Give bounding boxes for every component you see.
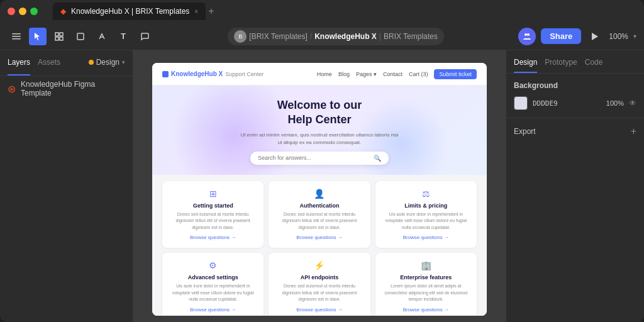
background-row: DDDDE9 100% 👁 <box>514 96 636 110</box>
nav-blog[interactable]: Blog <box>338 71 350 77</box>
design-label: Design <box>96 58 119 67</box>
breadcrumb-sep1: / <box>310 32 312 41</box>
tab-code[interactable]: Code <box>585 55 603 73</box>
tab-prototype[interactable]: Prototype <box>545 55 577 73</box>
traffic-lights <box>8 8 38 15</box>
canvas-area: KnowledgeHub X Support Center Home Blog … <box>133 50 506 322</box>
card-enterprise-features[interactable]: 🏢 Enterprise features Lorem ipsum dolor … <box>375 253 477 316</box>
submit-ticket-button[interactable]: Submit ticket <box>434 69 477 79</box>
kb-navbar: KnowledgeHub X Support Center Home Blog … <box>152 63 487 86</box>
card-advanced-settings[interactable]: ⚙ Advanced settings Uis aute irure dolor… <box>162 253 264 316</box>
bg-color-swatch[interactable] <box>514 96 528 110</box>
tab-design[interactable]: Design <box>514 55 537 73</box>
svg-rect-5 <box>60 33 63 36</box>
kb-nav-links: Home Blog Pages ▾ Contact Cart (3) Submi… <box>317 69 477 79</box>
visibility-toggle-icon[interactable]: 👁 <box>629 99 636 108</box>
search-input[interactable] <box>258 155 374 161</box>
comment-tool-button[interactable] <box>136 28 153 45</box>
layer-figma-icon: ⊛ <box>8 83 16 95</box>
card2-link[interactable]: Browse questions → <box>276 235 362 240</box>
menu-button[interactable] <box>8 28 25 45</box>
card4-link[interactable]: Browse questions → <box>170 307 256 313</box>
card6-icon: 🏢 <box>383 260 469 270</box>
right-panel-tabs: Design Prototype Code <box>506 50 644 74</box>
card1-title: Getting started <box>170 203 256 209</box>
present-button[interactable] <box>586 28 604 45</box>
design-badge[interactable]: Design ▾ <box>89 55 125 72</box>
svg-rect-6 <box>55 37 58 40</box>
svg-point-9 <box>525 33 527 36</box>
card1-icon: ⊞ <box>170 189 256 199</box>
breadcrumb[interactable]: B [BRIX Templates] / KnowledgeHub X | BR… <box>228 28 443 45</box>
pen-tool-button[interactable] <box>93 28 111 45</box>
card6-link[interactable]: Browse questions → <box>383 307 469 313</box>
shape-tool-button[interactable] <box>72 28 89 45</box>
svg-point-10 <box>527 33 530 36</box>
card-getting-started[interactable]: ⊞ Getting started Donec sed euismod at m… <box>162 181 264 248</box>
card5-link[interactable]: Browse questions → <box>276 307 362 313</box>
text-tool-button[interactable]: T <box>114 28 132 45</box>
tab-close-icon[interactable]: × <box>194 8 198 15</box>
share-button[interactable]: Share <box>541 28 581 44</box>
card4-title: Advanced settings <box>170 274 256 280</box>
card1-link[interactable]: Browse questions → <box>170 235 256 240</box>
new-tab-button[interactable]: + <box>208 6 214 17</box>
add-export-button[interactable]: + <box>631 126 636 137</box>
card2-title: Authentication <box>276 203 362 209</box>
card3-link[interactable]: Browse questions → <box>383 235 469 240</box>
frame-tool-button[interactable] <box>50 28 68 45</box>
card5-desc: Donec sed euismod ut mortis interdu dign… <box>276 283 362 303</box>
svg-marker-3 <box>35 33 40 40</box>
svg-rect-8 <box>77 33 84 40</box>
layer-name: KnowledgeHub Figma Template <box>21 80 125 97</box>
breadcrumb-team: [BRIX Templates] <box>249 32 307 41</box>
card-limits-pricing[interactable]: ⚖ Limits & pricing Uis aute irure dolor … <box>375 181 477 248</box>
card5-title: API endpoints <box>276 274 362 280</box>
card-authentication[interactable]: 👤 Authentication Donec sed euismod at mo… <box>269 181 370 248</box>
toolbar-center: B [BRIX Templates] / KnowledgeHub X | BR… <box>158 28 513 45</box>
nav-home[interactable]: Home <box>317 71 332 77</box>
select-tool-button[interactable] <box>29 28 47 45</box>
minimize-dot[interactable] <box>19 8 26 15</box>
svg-rect-0 <box>12 33 21 35</box>
background-label: Background <box>514 81 636 90</box>
bg-opacity-value[interactable]: 100% <box>606 99 624 107</box>
card1-desc: Donec sed euismod at mortis interdu dign… <box>170 211 256 231</box>
canvas-frame: KnowledgeHub X Support Center Home Blog … <box>152 63 487 316</box>
layer-item[interactable]: ⊛ KnowledgeHub Figma Template <box>0 76 133 101</box>
search-icon: 🔍 <box>374 155 381 162</box>
close-dot[interactable] <box>8 8 15 15</box>
toolbar-right: Share 100% ▾ <box>518 28 636 45</box>
export-row: Export + <box>514 126 636 137</box>
breadcrumb-page[interactable]: BRIX Templates <box>384 32 438 41</box>
figma-icon: ◆ <box>60 7 66 16</box>
card-api-endpoints[interactable]: ⚡ API endpoints Donec sed euismod ut mor… <box>269 253 370 316</box>
zoom-dropdown-icon[interactable]: ▾ <box>633 33 636 40</box>
svg-marker-11 <box>592 33 598 40</box>
maximize-dot[interactable] <box>30 8 38 15</box>
nav-contact[interactable]: Contact <box>383 71 402 77</box>
zoom-label[interactable]: 100% <box>609 32 628 41</box>
card3-title: Limits & pricing <box>383 203 469 209</box>
tab-layers[interactable]: Layers <box>8 55 30 75</box>
main-layout: Layers Assets Design ▾ ⊛ KnowledgeHub Fi… <box>0 50 644 322</box>
svg-rect-2 <box>12 38 21 40</box>
tab-assets[interactable]: Assets <box>38 55 60 75</box>
right-panel: Design Prototype Code Background DDDDE9 … <box>506 50 644 322</box>
svg-rect-12 <box>162 71 169 77</box>
active-tab[interactable]: ◆ KnowledgeHub X | BRIX Templates × <box>53 3 206 20</box>
kb-logo: KnowledgeHub X Support Center <box>162 70 264 77</box>
design-chevron: ▾ <box>122 59 125 65</box>
hero-subtitle: Ut enim ad minim veniam, quis nostrud ex… <box>238 131 401 147</box>
card2-desc: Donec sed euismod at mortis interdu dign… <box>276 211 362 231</box>
search-bar[interactable]: 🔍 <box>250 152 389 165</box>
toolbar-left: T <box>8 28 153 45</box>
nav-pages[interactable]: Pages ▾ <box>356 71 377 77</box>
card3-icon: ⚖ <box>383 189 469 199</box>
nav-cart[interactable]: Cart (3) <box>409 71 428 77</box>
bg-hex-value[interactable]: DDDDE9 <box>533 99 601 108</box>
breadcrumb-file[interactable]: KnowledgeHub X <box>314 32 377 41</box>
card2-icon: 👤 <box>276 189 362 199</box>
export-section: Export + <box>506 118 644 145</box>
design-indicator <box>89 60 94 65</box>
